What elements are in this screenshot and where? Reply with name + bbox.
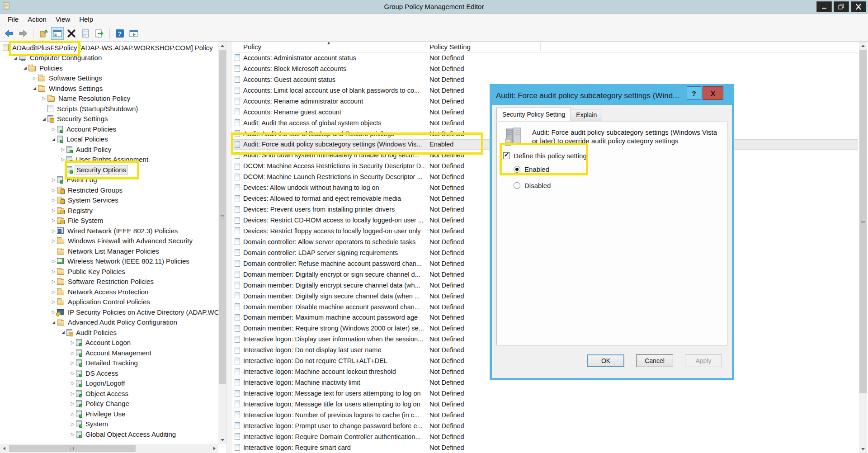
tree-item[interactable]: ▷ Global Object Access Auditing — [0, 429, 218, 439]
tree-item[interactable]: Network List Manager Policies — [0, 246, 218, 256]
back-icon[interactable] — [3, 27, 15, 40]
enabled-radio[interactable] — [514, 166, 520, 173]
column-header-policy-setting[interactable]: Policy Setting — [429, 43, 471, 51]
menu-help[interactable]: Help — [75, 14, 97, 24]
tree-item[interactable]: ▷ Audit Policy — [0, 144, 218, 155]
tree-item[interactable]: ◢ Policies — [0, 63, 218, 73]
tree-expander-icon[interactable]: ▷ — [50, 259, 57, 264]
tree-item[interactable]: ◢ Computer Configuration — [0, 53, 218, 63]
tree-expander-icon[interactable]: ▷ — [41, 96, 47, 101]
tree-expander-icon[interactable]: ◢ — [31, 86, 38, 90]
tree-item[interactable]: ▷ Account Management — [0, 348, 218, 358]
tree-expander-icon[interactable]: ▷ — [69, 350, 76, 355]
tree-item[interactable]: ▷ Object Access — [0, 388, 218, 399]
tree-expander-icon[interactable]: ▷ — [50, 269, 57, 274]
tree-expander-icon[interactable]: ▷ — [69, 360, 76, 365]
tree-expander-icon[interactable]: ◢ — [60, 330, 66, 335]
main-vscroll-thumb[interactable] — [859, 50, 867, 393]
apply-button[interactable]: Apply — [685, 354, 722, 367]
tree-item[interactable]: ▷ Logon/Logoff — [0, 378, 218, 389]
minimize-button[interactable] — [816, 1, 832, 12]
tree-expander-icon[interactable]: ▷ — [69, 421, 76, 426]
tree-item[interactable]: ▷ Privilege Use — [0, 409, 218, 419]
tree-expander-icon[interactable]: ▷ — [50, 289, 57, 294]
tree-item[interactable]: ▷ Account Logon — [0, 338, 218, 348]
cancel-button[interactable]: Cancel — [636, 354, 673, 367]
tree-item[interactable]: ▷ Event Log — [0, 175, 218, 185]
tree-expander-icon[interactable]: ▷ — [50, 208, 57, 213]
tree-item[interactable]: ▷ Application Control Policies — [0, 297, 218, 307]
tree-vertical-scrollbar[interactable] — [218, 42, 226, 444]
tree-item[interactable]: ▷ Policy Change — [0, 399, 218, 409]
table-row[interactable]: Accounts: Guest account status Not Defin… — [231, 74, 858, 85]
tree-item[interactable]: ▷ Detailed Tracking — [0, 358, 218, 368]
tree-expander-icon[interactable]: ▷ — [50, 238, 57, 243]
column-divider[interactable] — [540, 42, 541, 51]
tree-expander-icon[interactable]: ▷ — [50, 228, 57, 233]
tree-expander-icon[interactable]: ▷ — [50, 218, 57, 223]
tab-explain[interactable]: Explain — [571, 109, 602, 121]
table-row[interactable]: Interactive logon: Prompt user to change… — [231, 420, 858, 431]
tree-expander-icon[interactable]: ▷ — [50, 177, 57, 182]
close-button[interactable] — [851, 1, 866, 12]
tree-expander-icon[interactable]: ▷ — [60, 147, 66, 152]
tree-item[interactable]: ▷ Windows Firewall with Advanced Securit… — [0, 236, 218, 246]
table-row[interactable]: Interactive logon: Require smart card No… — [231, 442, 858, 453]
disabled-radio[interactable] — [514, 182, 520, 189]
tree-item[interactable]: ▷ Account Policies — [0, 124, 218, 134]
tree-item[interactable]: ▷ System — [0, 419, 218, 429]
tree-item[interactable]: ▷ IP Security Policies on Active Directo… — [0, 307, 218, 317]
tree-item[interactable]: Security Options — [0, 165, 218, 175]
pane-splitter[interactable] — [227, 42, 231, 453]
tree-item[interactable]: ▷ User Rights Assignment — [0, 155, 218, 165]
tree-item[interactable]: ▷ Wireless Network (IEEE 802.11) Policie… — [0, 256, 218, 267]
ok-button[interactable]: OK — [587, 354, 624, 367]
help-icon[interactable]: ? — [113, 27, 126, 40]
tree-expander-icon[interactable]: ▷ — [69, 371, 76, 376]
tree-expander-icon[interactable]: ▷ — [50, 127, 57, 132]
table-row[interactable]: Accounts: Block Microsoft accounts Not D… — [231, 63, 858, 74]
tree-item[interactable]: ◢ Audit Policies — [0, 327, 218, 338]
tree-item[interactable]: ◢ Advanced Audit Policy Configuration — [0, 317, 218, 328]
table-row[interactable]: Interactive logon: Message title for use… — [231, 399, 858, 410]
tree-expander-icon[interactable]: ▷ — [69, 401, 76, 406]
tree-expander-icon[interactable]: ▷ — [60, 157, 66, 162]
column-divider[interactable] — [425, 42, 425, 51]
define-policy-checkbox[interactable] — [503, 152, 510, 159]
menu-file[interactable]: File — [4, 14, 23, 24]
scroll-down-icon[interactable] — [859, 445, 867, 453]
tree-expander-icon[interactable]: ▷ — [69, 381, 76, 386]
tree-item[interactable]: ▷ Software Settings — [0, 73, 218, 84]
tree-item[interactable]: ◢ Windows Settings — [0, 83, 218, 94]
delete-icon[interactable] — [65, 27, 78, 40]
tree-expander-icon[interactable]: ▷ — [50, 198, 57, 203]
forward-icon[interactable] — [17, 27, 29, 40]
menu-view[interactable]: View — [52, 14, 74, 24]
restore-button[interactable] — [834, 1, 849, 12]
tree-expander-icon[interactable]: ◢ — [41, 117, 47, 121]
table-row[interactable]: Interactive logon: Number of previous lo… — [231, 410, 858, 420]
tree-expander-icon[interactable]: ▷ — [69, 411, 76, 416]
table-row[interactable]: Accounts: Administrator account status N… — [231, 52, 858, 63]
tree-item[interactable]: ▷ Restricted Groups — [0, 185, 218, 195]
scroll-down-icon[interactable] — [218, 436, 226, 444]
scroll-left-icon[interactable] — [0, 444, 8, 453]
tree-expander-icon[interactable]: ◢ — [50, 320, 57, 325]
scroll-up-icon[interactable] — [218, 42, 226, 50]
tree-hscroll-thumb[interactable] — [9, 445, 136, 452]
tree-expander-icon[interactable]: ▷ — [50, 299, 57, 304]
scroll-up-icon[interactable] — [859, 42, 867, 50]
tree-expander-icon[interactable]: ◢ — [22, 66, 28, 70]
table-row[interactable]: Interactive logon: Require Domain Contro… — [231, 431, 858, 442]
export-list-icon[interactable] — [93, 27, 106, 40]
up-level-icon[interactable] — [37, 27, 50, 40]
tree-item[interactable]: Scripts (Startup/Shutdown) — [0, 104, 218, 114]
properties-icon[interactable] — [79, 27, 92, 40]
tree-expander-icon[interactable]: ◢ — [12, 56, 19, 60]
main-vertical-scrollbar[interactable] — [859, 42, 867, 453]
tree-item[interactable]: ▷ DS Access — [0, 368, 218, 378]
dialog-close-button[interactable]: X — [703, 86, 723, 100]
show-action-pane-icon[interactable] — [127, 27, 140, 40]
tree-item[interactable]: ▷ Registry — [0, 205, 218, 216]
tree-item[interactable]: ◢ Security Settings — [0, 114, 218, 124]
